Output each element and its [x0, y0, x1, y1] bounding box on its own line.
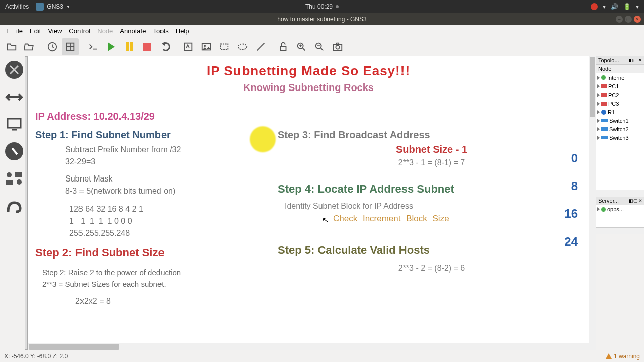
menu-annotate[interactable]: Annotate: [117, 26, 149, 36]
network-icon[interactable]: ▾: [603, 3, 606, 10]
add-note-button[interactable]: [180, 38, 197, 55]
tree-node-pc2[interactable]: PC2: [596, 90, 644, 99]
reload-button[interactable]: [157, 38, 174, 55]
svg-rect-14: [15, 172, 22, 177]
reload-icon: [161, 42, 170, 51]
menu-view[interactable]: View: [45, 26, 65, 36]
tree-node-pc1[interactable]: PC1: [596, 82, 644, 90]
menu-help[interactable]: Help: [173, 26, 192, 36]
step1-bits1: 128 64 32 16 8 4 2 1: [35, 203, 263, 215]
app-indicator[interactable]: GNS3 ▼: [36, 3, 70, 11]
panel-dock-icon[interactable]: ◧ ▢ ✕: [629, 58, 642, 63]
insert-image-button[interactable]: [198, 38, 215, 55]
topology-tree[interactable]: Interne PC1 PC2 PC3 R1 Switch1 Switch2 S…: [596, 73, 644, 190]
step4-line1: Identity Subnet Block for IP Address: [285, 202, 586, 211]
step2-line3: 2x2x2 = 8: [35, 295, 263, 307]
all-devices-button[interactable]: [4, 168, 25, 189]
servers-panel-header[interactable]: Server... ◧ ▢ ✕: [596, 197, 644, 205]
play-icon: [108, 42, 115, 51]
draw-line-button[interactable]: [252, 38, 269, 55]
topology-panel-header[interactable]: Topolo... ◧ ▢ ✕: [596, 56, 644, 65]
tree-node-switch3[interactable]: Switch3: [596, 133, 644, 142]
tree-node-switch2[interactable]: Switch2: [596, 125, 644, 133]
zoom-out-button[interactable]: [311, 38, 328, 55]
stop-button[interactable]: [139, 38, 156, 55]
draw-ellipse-button[interactable]: [234, 38, 251, 55]
step2-line1: Step 2: Raise 2 to the power of deductio…: [35, 266, 263, 278]
topology-panel-scrollbar[interactable]: [596, 190, 644, 197]
step3-subheading: Subnet Size - 1: [278, 144, 586, 155]
svg-point-16: [17, 179, 22, 185]
volume-icon[interactable]: 🔊: [611, 3, 618, 10]
step2-heading: Step 2: Find Subnet Size: [35, 246, 263, 259]
clock-label[interactable]: Thu 00:29: [305, 3, 333, 10]
router-device-button[interactable]: [4, 59, 25, 80]
power-menu-icon[interactable]: ▾: [636, 3, 639, 10]
draw-rect-button[interactable]: [216, 38, 233, 55]
screenshot-button[interactable]: [329, 38, 346, 55]
open-project-button[interactable]: [21, 38, 38, 55]
menu-tools[interactable]: Tools: [150, 26, 171, 36]
show-grid-button[interactable]: [62, 38, 79, 55]
activities-button[interactable]: Activities: [5, 3, 29, 10]
tree-node-pc3[interactable]: PC3: [596, 99, 644, 108]
start-button[interactable]: [103, 38, 120, 55]
step3-formula: 2**3 - 1 = (8-1) = 7: [278, 158, 586, 167]
tree-node-switch1[interactable]: Switch1: [596, 116, 644, 125]
step4-heading: Step 4: Locate IP Address Subnet: [278, 183, 586, 196]
add-link-button[interactable]: [4, 195, 25, 216]
zoom-in-button[interactable]: [293, 38, 310, 55]
node-column-header[interactable]: Node: [596, 65, 644, 73]
maximize-button[interactable]: ▢: [625, 16, 632, 23]
pause-button[interactable]: [121, 38, 138, 55]
svg-point-6: [238, 44, 247, 49]
svg-point-4: [204, 45, 206, 47]
warning-indicator[interactable]: 1 warning: [606, 353, 640, 360]
svg-rect-5: [221, 44, 228, 49]
tree-node-r1[interactable]: R1: [596, 108, 644, 116]
panel-dock-icon-2[interactable]: ◧ ▢ ✕: [629, 198, 642, 203]
menu-bar: File Edit View Control Node Annotate Too…: [0, 25, 644, 37]
switch-device-button[interactable]: [4, 86, 25, 108]
lock-button[interactable]: [275, 38, 292, 55]
stop-icon: [143, 43, 151, 51]
pause-icon: [126, 42, 133, 51]
menu-control[interactable]: Control: [66, 26, 93, 36]
close-button[interactable]: ×: [634, 16, 641, 23]
canvas-horizontal-scrollbar[interactable]: [28, 343, 596, 350]
highlight-circle: [250, 126, 276, 152]
app-name-label: GNS3: [47, 3, 63, 10]
ip-address-line: IP Address: 10.20.4.13/29: [35, 111, 586, 122]
device-toolbar: [0, 56, 28, 350]
security-device-button[interactable]: [4, 141, 25, 162]
servers-tree[interactable]: opps...: [596, 205, 644, 227]
window-title: how to master subnetting - GNS3: [277, 16, 366, 23]
end-device-button[interactable]: [4, 114, 25, 135]
record-indicator-icon[interactable]: [591, 3, 598, 10]
new-project-button[interactable]: [3, 38, 20, 55]
step5-heading: Step 5: Calculate Valid Hosts: [278, 244, 586, 257]
main-area: IP Subnetting Made So Easy!!! Knowing Su…: [0, 56, 644, 350]
node-column-label: Node: [598, 66, 611, 72]
svg-point-13: [7, 172, 12, 177]
step1-line1: Subtract Prefix Number from /32: [35, 144, 263, 156]
battery-icon[interactable]: 🔋: [623, 3, 631, 10]
tree-server-item[interactable]: opps...: [596, 205, 644, 214]
svg-point-11: [336, 45, 339, 49]
snapshot-button[interactable]: [44, 38, 61, 55]
device-toolbar-expand[interactable]: [25, 56, 28, 350]
servers-panel-scrollbar[interactable]: [596, 227, 644, 234]
topology-canvas[interactable]: IP Subnetting Made So Easy!!! Knowing Su…: [28, 56, 589, 343]
warning-icon: [606, 353, 612, 359]
step1-bits3: 255.255.255.248: [35, 227, 263, 239]
console-button[interactable]: [85, 38, 102, 55]
menu-file[interactable]: File: [3, 26, 26, 36]
minimize-button[interactable]: –: [616, 16, 623, 23]
system-top-bar: Activities GNS3 ▼ Thu 00:29 ▾ 🔊 🔋 ▾: [0, 0, 644, 13]
cursor-coords: X: -546.0 Y: -68.0 Z: 2.0: [4, 353, 68, 360]
topology-panel-title: Topolo...: [598, 57, 619, 63]
tree-node-internet[interactable]: Interne: [596, 73, 644, 82]
menu-edit[interactable]: Edit: [27, 26, 44, 36]
window-title-bar: how to master subnetting - GNS3 – ▢ ×: [0, 13, 644, 25]
canvas-vertical-scrollbar[interactable]: [589, 56, 596, 343]
